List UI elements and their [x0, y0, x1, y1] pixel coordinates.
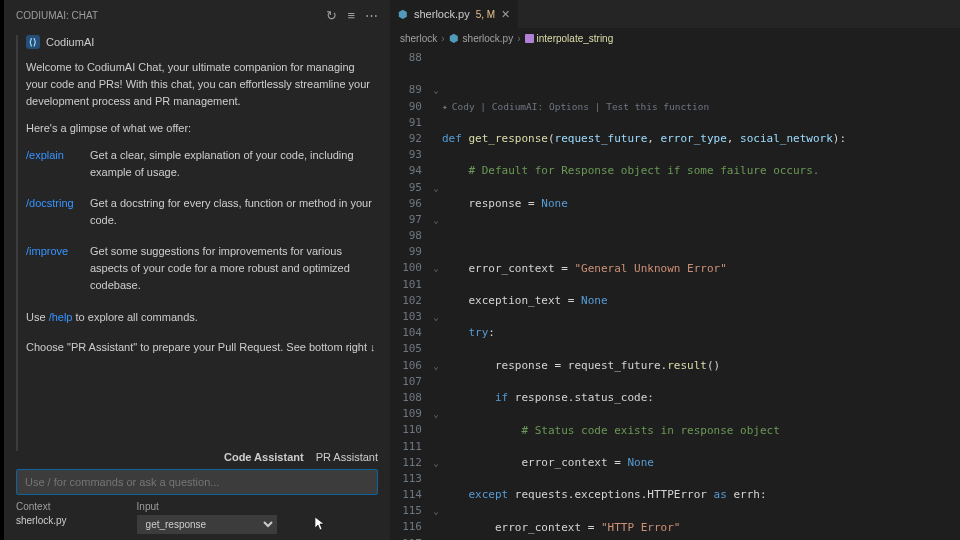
code-line[interactable]: except requests.exceptions.HTTPError as …: [442, 487, 960, 503]
code-lens[interactable]: ✦Cody | CodiumAI: Options | Test this fu…: [442, 99, 960, 115]
command-name[interactable]: /docstring: [26, 195, 78, 229]
code-lines[interactable]: ✦Cody | CodiumAI: Options | Test this fu…: [442, 48, 960, 540]
codium-logo-icon: ⟨⟩: [26, 35, 40, 49]
intro-text: Welcome to CodiumAI Chat, your ultimate …: [26, 59, 378, 110]
breadcrumb-symbol[interactable]: interpolate_string: [537, 33, 614, 44]
command-desc: Get a clear, simple explanation of your …: [90, 147, 378, 181]
code-line[interactable]: exception_text = None: [442, 293, 960, 309]
input-label: Input: [137, 501, 277, 512]
breadcrumb[interactable]: sherlock › ⬢ sherlock.py › interpolate_s…: [390, 28, 960, 48]
editor-tab[interactable]: ⬢ sherlock.py 5, M ✕: [390, 0, 519, 28]
tab-code-assistant[interactable]: Code Assistant: [224, 451, 304, 463]
refresh-icon[interactable]: ↻: [326, 8, 337, 23]
line-number-gutter: 8889909192939495969798991001011021031041…: [390, 48, 430, 540]
editor-panel: ⬢ sherlock.py 5, M ✕ sherlock › ⬢ sherlo…: [390, 0, 960, 540]
code-area[interactable]: 8889909192939495969798991001011021031041…: [390, 48, 960, 540]
help-link[interactable]: /help: [49, 311, 73, 323]
tab-bar: ⬢ sherlock.py 5, M ✕: [390, 0, 960, 28]
function-icon: [525, 34, 534, 43]
cody-icon: ✦: [442, 99, 448, 115]
command-name[interactable]: /explain: [26, 147, 78, 181]
command-improve: /improve Get some suggestions for improv…: [26, 243, 378, 294]
input-block: Input get_response: [137, 501, 277, 534]
code-line[interactable]: error_context = "General Unknown Error": [442, 261, 960, 277]
chat-input[interactable]: [16, 469, 378, 495]
command-name[interactable]: /improve: [26, 243, 78, 294]
code-line[interactable]: error_context = "HTTP Error": [442, 520, 960, 536]
close-tab-icon[interactable]: ✕: [501, 8, 510, 21]
code-line[interactable]: response = None: [442, 196, 960, 212]
fold-column[interactable]: ⌄⌄⌄⌄⌄⌄⌄⌄⌄⌄⌄⌄⌄⌄⌄: [430, 48, 442, 540]
breadcrumb-sep-icon: ›: [517, 33, 520, 44]
breadcrumb-folder[interactable]: sherlock: [400, 33, 437, 44]
code-line[interactable]: try:: [442, 325, 960, 341]
context-label: Context: [16, 501, 67, 512]
chat-title: CODIUMAI: CHAT: [16, 10, 98, 21]
code-line[interactable]: response = request_future.result(): [442, 358, 960, 374]
tab-filename: sherlock.py: [414, 8, 470, 20]
codium-brand: ⟨⟩ CodiumAI: [26, 35, 378, 49]
chat-body: ⟨⟩ CodiumAI Welcome to CodiumAI Chat, yo…: [16, 35, 378, 451]
glimpse-text: Here's a glimpse of what we offer:: [26, 120, 378, 137]
python-file-icon: ⬢: [449, 32, 459, 45]
assistant-tabs: Code Assistant PR Assistant: [16, 451, 378, 463]
command-desc: Get some suggestions for improvements fo…: [90, 243, 378, 294]
pr-instruction: Choose "PR Assistant" to prepare your Pu…: [26, 339, 378, 356]
input-select[interactable]: get_response: [137, 515, 277, 534]
code-line[interactable]: [442, 228, 960, 244]
context-value: sherlock.py: [16, 515, 67, 526]
breadcrumb-sep-icon: ›: [441, 33, 444, 44]
code-line[interactable]: # Status code exists in response object: [442, 423, 960, 439]
breadcrumb-file[interactable]: sherlock.py: [463, 33, 514, 44]
command-explain: /explain Get a clear, simple explanation…: [26, 147, 378, 181]
tab-modified-badge: 5, M: [476, 9, 495, 20]
code-line[interactable]: [442, 66, 960, 82]
overflow-icon[interactable]: ⋯: [365, 8, 378, 23]
code-line[interactable]: if response.status_code:: [442, 390, 960, 406]
code-line[interactable]: def get_response(request_future, error_t…: [442, 131, 960, 147]
brand-name: CodiumAI: [46, 36, 94, 48]
command-docstring: /docstring Get a docstring for every cla…: [26, 195, 378, 229]
codium-chat-panel: CODIUMAI: CHAT ↻ ≡ ⋯ ⟨⟩ CodiumAI Welcome…: [0, 0, 390, 540]
history-icon[interactable]: ≡: [347, 8, 355, 23]
code-line[interactable]: # Default for Response object if some fa…: [442, 163, 960, 179]
chat-bottom: Code Assistant PR Assistant Context sher…: [16, 451, 378, 534]
help-line: Use /help to explore all commands.: [26, 309, 378, 326]
chat-header: CODIUMAI: CHAT ↻ ≡ ⋯: [16, 8, 378, 23]
command-desc: Get a docstring for every class, functio…: [90, 195, 378, 229]
code-line[interactable]: error_context = None: [442, 455, 960, 471]
context-block: Context sherlock.py: [16, 501, 67, 534]
python-file-icon: ⬢: [398, 8, 408, 21]
tab-pr-assistant[interactable]: PR Assistant: [316, 451, 378, 463]
